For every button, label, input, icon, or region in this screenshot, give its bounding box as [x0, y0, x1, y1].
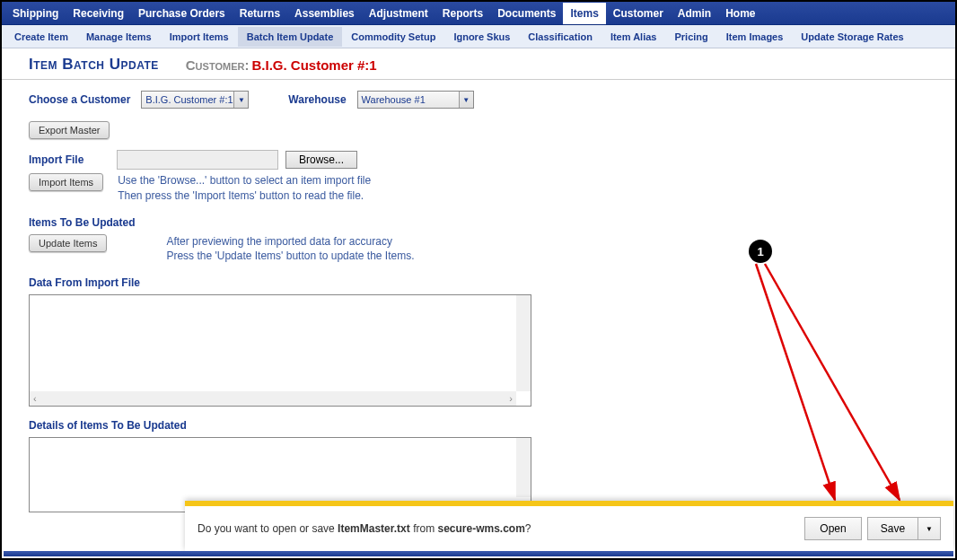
- import-file-input[interactable]: [117, 150, 278, 170]
- subnav-tab-manage-items[interactable]: Manage Items: [77, 27, 161, 47]
- page-title: Item Batch Update: [29, 56, 159, 74]
- topnav-tab-home[interactable]: Home: [718, 3, 762, 24]
- topnav-tab-adjustment[interactable]: Adjustment: [362, 3, 435, 24]
- topnav-tab-reports[interactable]: Reports: [435, 3, 490, 24]
- topnav-tab-purchase-orders[interactable]: Purchase Orders: [131, 3, 233, 24]
- topnav-tab-customer[interactable]: Customer: [606, 3, 671, 24]
- subnav-tab-create-item[interactable]: Create Item: [5, 27, 77, 47]
- data-from-file-label: Data From Import File: [29, 276, 928, 289]
- subnav-tab-import-items[interactable]: Import Items: [161, 27, 238, 47]
- warehouse-select[interactable]: Warehouse #1 ▼: [357, 91, 474, 109]
- update-items-button[interactable]: Update Items: [29, 234, 107, 252]
- scrollbar-horizontal[interactable]: ‹›: [30, 391, 516, 406]
- scrollbar-vertical[interactable]: [516, 295, 531, 391]
- customer-label: Customer:: [186, 57, 250, 73]
- import-file-label: Import File: [29, 153, 110, 166]
- topnav-tab-admin[interactable]: Admin: [671, 3, 718, 24]
- chevron-down-icon: ▼: [233, 92, 248, 108]
- callout-badge: 1: [749, 240, 772, 263]
- scrollbar-vertical[interactable]: [516, 438, 531, 497]
- download-message: Do you want to open or save ItemMaster.t…: [198, 522, 531, 535]
- subnav-tab-item-alias[interactable]: Item Alias: [601, 27, 666, 47]
- bottom-bar: [4, 551, 953, 556]
- subnav-tab-pricing[interactable]: Pricing: [665, 27, 716, 47]
- import-items-button[interactable]: Import Items: [29, 173, 103, 191]
- export-master-button[interactable]: Export Master: [29, 121, 110, 139]
- browse-button[interactable]: Browse...: [285, 151, 357, 169]
- topnav-tab-items[interactable]: Items: [563, 3, 605, 24]
- topnav-tab-receiving[interactable]: Receiving: [66, 3, 131, 24]
- data-from-file-textarea[interactable]: ‹›: [29, 294, 531, 407]
- topnav-tab-assemblies[interactable]: Assemblies: [287, 3, 362, 24]
- save-button[interactable]: Save: [868, 518, 918, 539]
- subnav-tab-batch-item-update[interactable]: Batch Item Update: [238, 27, 343, 47]
- subnav-tab-ignore-skus[interactable]: Ignore Skus: [444, 27, 519, 47]
- chevron-down-icon[interactable]: ▼: [918, 521, 940, 538]
- open-button[interactable]: Open: [804, 517, 861, 540]
- items-to-update-label: Items To Be Updated: [29, 216, 928, 229]
- warehouse-label: Warehouse: [288, 93, 346, 106]
- save-split-button[interactable]: Save ▼: [867, 517, 941, 540]
- download-notification-bar: Do you want to open or save ItemMaster.t…: [185, 501, 953, 551]
- choose-customer-label: Choose a Customer: [29, 93, 130, 106]
- page-header: Item Batch Update Customer: B.I.G. Custo…: [2, 48, 955, 80]
- choose-customer-select[interactable]: B.I.G. Customer #:1 ▼: [141, 91, 249, 109]
- topnav-tab-returns[interactable]: Returns: [233, 3, 287, 24]
- customer-value: B.I.G. Customer #:1: [251, 57, 376, 73]
- subnav-tab-classification[interactable]: Classification: [519, 27, 601, 47]
- topnav-tab-documents[interactable]: Documents: [490, 3, 563, 24]
- update-help-text: After previewing the imported data for a…: [166, 234, 414, 265]
- import-help-text: Use the 'Browse...' button to select an …: [118, 173, 371, 204]
- sub-nav: Create ItemManage ItemsImport ItemsBatch…: [2, 25, 955, 48]
- top-nav: ShippingReceivingPurchase OrdersReturnsA…: [2, 2, 955, 25]
- chevron-down-icon: ▼: [459, 92, 473, 108]
- subnav-tab-commodity-setup[interactable]: Commodity Setup: [342, 27, 444, 47]
- topnav-tab-shipping[interactable]: Shipping: [5, 3, 66, 24]
- details-label: Details of Items To Be Updated: [29, 419, 928, 432]
- subnav-tab-item-images[interactable]: Item Images: [717, 27, 793, 47]
- subnav-tab-update-storage-rates[interactable]: Update Storage Rates: [792, 27, 912, 47]
